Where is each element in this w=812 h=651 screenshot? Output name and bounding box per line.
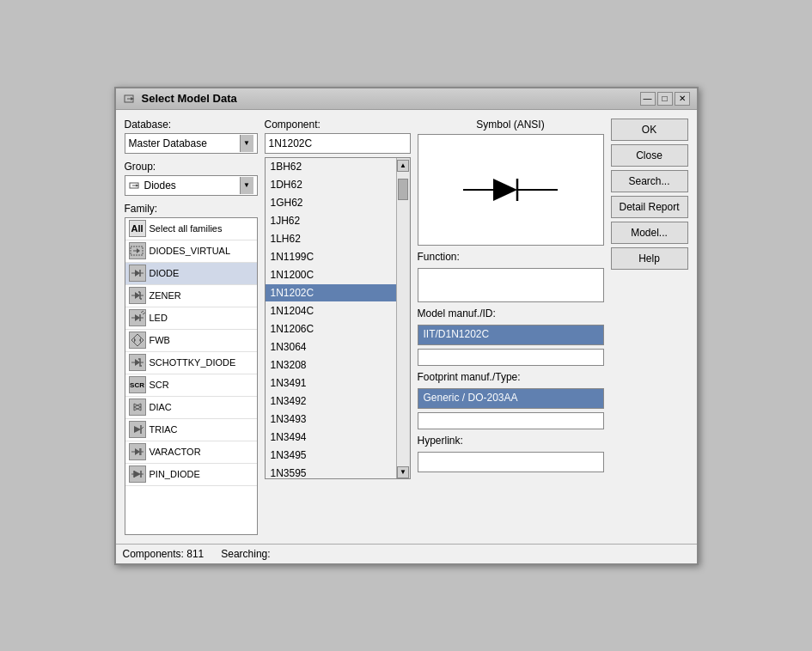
status-bar: Components: 811 Searching: [116, 544, 697, 563]
family-item-diode[interactable]: DIODE [125, 263, 257, 285]
maximize-button[interactable]: □ [657, 92, 673, 106]
list-item[interactable]: 1N1199C [266, 248, 396, 266]
svg-marker-25 [131, 334, 143, 346]
family-label-zener: ZENER [150, 290, 181, 301]
family-label-all: Select all families [150, 223, 223, 234]
middle-panel: Component: 1BH62 1DH62 1GH62 1JH62 1LH62… [265, 119, 411, 535]
family-item-led[interactable]: LED [125, 307, 257, 330]
list-item[interactable]: 1N3495 [266, 447, 396, 465]
close-button[interactable]: ✕ [675, 92, 690, 106]
footprint-extra [418, 412, 604, 429]
footprint-value: Generic / DO-203AA [418, 388, 604, 409]
database-dropdown[interactable]: Master Database ▼ [125, 133, 258, 154]
list-item[interactable]: 1N3491 [266, 374, 396, 392]
family-icon-schottky [129, 354, 146, 371]
family-item-schottky[interactable]: SCHOTTKY_DIODE [125, 352, 257, 374]
family-item-varactor[interactable]: VARACTOR [125, 441, 257, 464]
list-item[interactable]: 1N1200C [266, 266, 396, 284]
close-button[interactable]: Close [611, 144, 688, 167]
family-item-all[interactable]: All Select all families [125, 218, 257, 240]
list-item[interactable]: 1LH62 [266, 230, 396, 248]
svg-marker-27 [139, 338, 141, 343]
list-item[interactable]: 1N3064 [266, 338, 396, 356]
family-item-triac[interactable]: TRIAC [125, 419, 257, 441]
database-label: Database: [125, 119, 258, 131]
title-bar-left: Select Model Data [123, 92, 237, 106]
list-item[interactable]: 1GH62 [266, 194, 396, 212]
component-input[interactable] [265, 133, 411, 154]
detail-report-button[interactable]: Detail Report [611, 196, 688, 218]
family-item-fwb[interactable]: FWB [125, 330, 257, 352]
list-item[interactable]: 1DH62 [266, 176, 396, 194]
component-list-scrollbar[interactable]: ▲ ▼ [396, 158, 410, 478]
database-dropdown-arrow[interactable]: ▼ [240, 135, 253, 152]
main-content: Database: Master Database ▼ Group: Diode… [116, 110, 697, 544]
list-item[interactable]: 1N1204C [266, 302, 396, 320]
family-label-led: LED [150, 313, 168, 323]
family-item-diodes-virtual[interactable]: DIODES_VIRTUAL [125, 240, 257, 263]
svg-marker-10 [135, 270, 140, 277]
family-label-varactor: VARACTOR [150, 447, 201, 457]
family-icon-varactor [129, 443, 146, 460]
family-item-zener[interactable]: ZENER [125, 285, 257, 307]
svg-marker-8 [137, 248, 140, 253]
symbol-section: Symbol (ANSI) [418, 119, 604, 246]
list-item[interactable]: 1N3208 [266, 356, 396, 374]
list-item[interactable]: 1BH62 [266, 158, 396, 176]
svg-marker-14 [135, 292, 140, 299]
select-model-data-dialog: Select Model Data — □ ✕ Database: Master… [114, 87, 699, 565]
component-list-container: 1BH62 1DH62 1GH62 1JH62 1LH62 1N1199C 1N… [265, 157, 411, 479]
family-icon-diac [129, 399, 146, 416]
action-buttons: OK Close Search... Detail Report Model..… [611, 119, 688, 535]
family-label-fwb: FWB [150, 335, 170, 345]
group-dropdown-arrow[interactable]: ▼ [240, 177, 253, 194]
group-icon [129, 179, 141, 192]
ok-button[interactable]: OK [611, 119, 688, 141]
family-icon-triac [129, 421, 146, 438]
diode-symbol-svg [459, 168, 562, 211]
help-button[interactable]: Help [611, 247, 688, 270]
list-item[interactable]: 1N3595 [266, 465, 396, 478]
group-label: Group: [125, 161, 258, 173]
family-label-schottky: SCHOTTKY_DIODE [150, 357, 236, 368]
family-item-scr[interactable]: SCR SCR [125, 374, 257, 397]
model-manuf-extra [418, 349, 604, 366]
family-icon-dv [129, 242, 146, 259]
group-value: Diodes [144, 179, 176, 192]
family-icon-pin [129, 465, 146, 483]
list-item[interactable]: 1N3494 [266, 429, 396, 447]
scroll-handle[interactable] [398, 179, 408, 200]
family-item-diac[interactable]: DIAC [125, 397, 257, 419]
list-item[interactable]: 1N3493 [266, 411, 396, 429]
minimize-button[interactable]: — [640, 92, 656, 106]
footprint-section: Footprint manuf./Type: Generic / DO-203A… [418, 371, 604, 429]
function-section: Function: [418, 251, 604, 302]
svg-line-23 [141, 311, 143, 313]
list-item-selected[interactable]: 1N1202C [266, 284, 396, 302]
scroll-track[interactable] [397, 172, 409, 466]
symbol-label: Symbol (ANSI) [418, 119, 604, 131]
model-button[interactable]: Model... [611, 222, 688, 244]
symbol-display [418, 134, 604, 246]
family-label-pin: PIN_DIODE [150, 469, 200, 479]
search-button[interactable]: Search... [611, 170, 688, 192]
group-dropdown[interactable]: Diodes ▼ [125, 175, 258, 196]
family-icon-scr: SCR [129, 376, 146, 393]
title-bar: Select Model Data — □ ✕ [116, 88, 697, 110]
list-item[interactable]: 1N1206C [266, 320, 396, 338]
family-icon-fwb [129, 332, 146, 349]
function-box [418, 268, 604, 302]
scroll-up-button[interactable]: ▲ [397, 160, 409, 172]
svg-marker-37 [135, 448, 140, 455]
svg-marker-47 [493, 179, 517, 201]
scroll-down-button[interactable]: ▼ [397, 466, 409, 478]
family-item-pin-diode[interactable]: PIN_DIODE [125, 464, 257, 486]
list-item[interactable]: 1N3492 [266, 392, 396, 411]
component-list: 1BH62 1DH62 1GH62 1JH62 1LH62 1N1199C 1N… [266, 158, 396, 478]
right-panel: Symbol (ANSI) Function: [418, 119, 604, 535]
list-item[interactable]: 1JH62 [266, 212, 396, 230]
window-icon [123, 92, 137, 106]
svg-marker-32 [134, 404, 141, 411]
family-icon-led [129, 309, 146, 326]
searching-label: Searching: [221, 548, 270, 560]
